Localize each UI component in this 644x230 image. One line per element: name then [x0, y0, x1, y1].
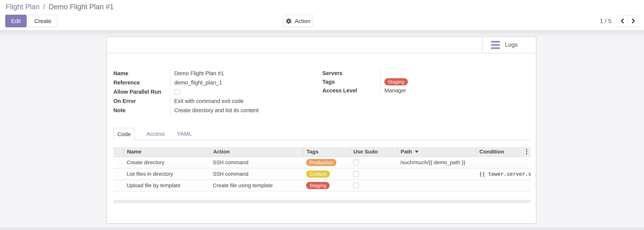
tag-badge-custom: Custom [306, 170, 330, 178]
field-group-left: Name Demo Flight Plan #1 Reference demo_… [114, 69, 318, 115]
logs-stat-button[interactable]: Logs [482, 37, 536, 53]
table-row[interactable]: Upload file by template Create file usin… [114, 180, 530, 191]
cell-use-sudo [350, 168, 397, 179]
pager-count[interactable]: 1 / 5 [600, 15, 612, 27]
cell-condition: {{ tower.server.st [476, 168, 530, 179]
bottom-edge-bar [0, 228, 644, 230]
row-handle-cell [114, 180, 124, 191]
toolbar-shadow [0, 31, 644, 37]
field-label-servers: Servers [322, 70, 380, 76]
cell-path [397, 168, 476, 179]
gear-icon [286, 18, 292, 24]
cell-condition [476, 157, 530, 168]
field-value-on-error: Exit with command exit code [170, 97, 318, 106]
field-label-name: Name [114, 70, 170, 77]
breadcrumb-parent-link[interactable]: Flight Plan [6, 3, 40, 11]
allow-parallel-run-checkbox[interactable] [174, 89, 180, 95]
field-label-on-error: On Error [114, 98, 170, 104]
column-header-use-sudo[interactable]: Use Sudo [350, 147, 397, 156]
cell-tags: Production [303, 157, 350, 168]
column-header-tags[interactable]: Tags [303, 147, 350, 156]
table-header-handle [114, 147, 124, 156]
card-header: Logs [107, 37, 536, 53]
commands-table: Name Action Tags Use Sudo Path Condition… [114, 147, 530, 191]
field-label-tags: Tags [322, 79, 380, 85]
field-label-allow-parallel-run: Allow Parallel Run [114, 89, 170, 95]
notebook-tabs: Code Access YAML [114, 128, 530, 140]
breadcrumb-current: Demo Flight Plan #1 [48, 3, 114, 11]
create-button[interactable]: Create [28, 15, 57, 27]
field-group-right: Servers Tags Staging Access Level Manage… [322, 69, 492, 95]
tabs-underline [114, 140, 530, 140]
field-row-access-level: Access Level Manager [322, 86, 492, 95]
field-value-reference: demo_flight_plan_1 [170, 78, 318, 87]
field-row-tags: Tags Staging [322, 78, 492, 86]
field-row-note: Note Create directory and list its conte… [114, 106, 318, 115]
cell-name: List files in directory [124, 168, 210, 179]
chevron-left-icon [620, 18, 625, 23]
cell-condition [476, 180, 530, 191]
tab-yaml[interactable]: YAML [177, 128, 192, 140]
edit-button[interactable]: Edit [5, 15, 27, 27]
tag-badge-production: Production [306, 159, 336, 166]
cell-path [397, 180, 476, 191]
field-value-tags: Staging [380, 78, 492, 86]
column-header-name[interactable]: Name [124, 147, 210, 156]
action-button-label: Action [294, 18, 310, 24]
tab-access[interactable]: Access [146, 128, 165, 140]
cell-name: Upload file by template [124, 180, 210, 191]
field-label-reference: Reference [114, 80, 170, 86]
pager-previous-button[interactable] [617, 15, 628, 26]
tab-code[interactable]: Code [114, 128, 135, 140]
field-row-allow-parallel-run: Allow Parallel Run [114, 87, 318, 97]
field-value-access-level: Manager [380, 86, 492, 95]
use-sudo-checkbox[interactable] [353, 159, 359, 166]
field-value-allow-parallel-run [170, 87, 318, 97]
record-form-card: Logs Name Demo Flight Plan #1 Reference … [106, 36, 536, 224]
use-sudo-checkbox[interactable] [353, 183, 359, 189]
table-row[interactable]: Create directory SSH command Production … [114, 157, 530, 168]
column-header-path[interactable]: Path [397, 147, 476, 156]
field-value-name: Demo Flight Plan #1 [170, 69, 318, 78]
logs-list-icon [491, 41, 500, 49]
field-row-servers: Servers [322, 69, 492, 78]
use-sudo-checkbox[interactable] [353, 171, 359, 177]
field-value-note: Create directory and list its content [170, 106, 318, 115]
column-header-path-label: Path [400, 149, 412, 155]
field-label-note: Note [114, 107, 170, 114]
optional-columns-icon[interactable] [525, 148, 528, 155]
action-menu-button[interactable]: Action [283, 15, 313, 27]
cell-use-sudo [350, 157, 397, 168]
cell-action: Create file using template [210, 180, 303, 191]
cell-tags: Staging [303, 180, 350, 191]
field-row-on-error: On Error Exit with command exit code [114, 97, 318, 106]
pager-next-button[interactable] [628, 15, 638, 26]
sort-desc-icon [415, 151, 418, 153]
logs-button-label: Logs [505, 41, 518, 48]
breadcrumb: Flight Plan / Demo Flight Plan #1 [6, 1, 114, 12]
column-header-condition[interactable]: Condition [476, 147, 530, 156]
cell-tags: Custom [303, 168, 350, 179]
column-header-condition-label: Condition [480, 149, 504, 155]
cell-path: /such/much/{{ demo_path }} [397, 157, 476, 168]
tag-badge-staging: Staging [306, 182, 330, 189]
cell-use-sudo [350, 180, 397, 191]
chevron-right-icon [630, 18, 636, 23]
pager-navigation [617, 15, 639, 27]
row-handle-cell [114, 157, 124, 168]
field-value-servers [380, 69, 492, 78]
tag-badge-staging: Staging [384, 78, 408, 85]
horizontal-scrollbar[interactable] [114, 200, 530, 203]
top-toolbar: Flight Plan / Demo Flight Plan #1 Edit C… [0, 0, 644, 31]
field-row-name: Name Demo Flight Plan #1 [114, 69, 318, 78]
cell-name: Create directory [124, 157, 210, 168]
column-header-action[interactable]: Action [210, 147, 303, 156]
table-row[interactable]: List files in directory SSH command Cust… [114, 168, 530, 180]
table-header-row: Name Action Tags Use Sudo Path Condition [114, 147, 530, 157]
field-row-reference: Reference demo_flight_plan_1 [114, 78, 318, 87]
field-label-access-level: Access Level [322, 88, 380, 94]
cell-action: SSH command [210, 168, 303, 179]
row-handle-cell [114, 168, 124, 179]
cell-action: SSH command [210, 157, 303, 168]
breadcrumb-separator: / [42, 3, 47, 11]
